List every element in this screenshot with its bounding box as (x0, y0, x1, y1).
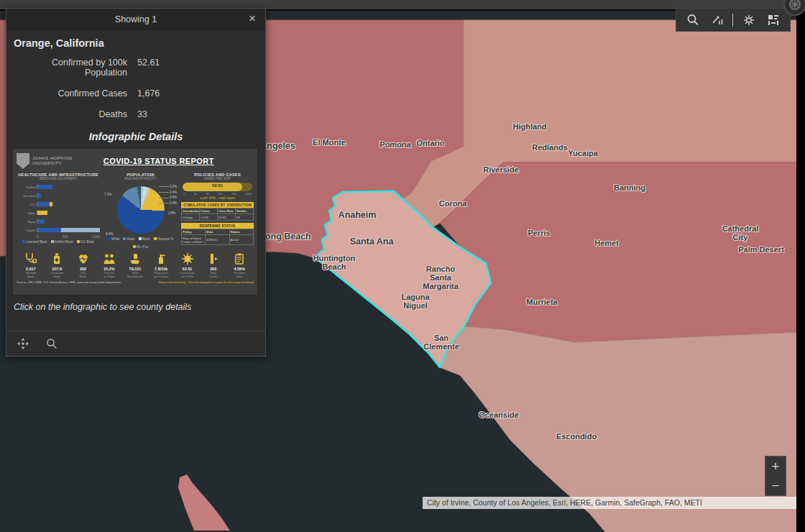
infographic-details-heading: Infographic Details (12, 131, 259, 142)
infographic-footer: Sources: JHU CSSE, U.S. Census Bureau, H… (17, 281, 254, 284)
map-label: Perris (528, 229, 550, 238)
reopening-table: PolicyDateStatusStay at HomeOrder in Eff… (181, 229, 254, 245)
people-icon (102, 252, 116, 266)
zoom-to-feature-icon[interactable] (17, 337, 29, 350)
door-exit-icon (206, 252, 221, 266)
map-label: CathedralCity (722, 225, 759, 242)
infographic-header: JOHNS HOPKINS UNIVERSITY COVID-19 STATUS… (17, 152, 254, 170)
virus-icon (180, 252, 195, 266)
bar-legend: Licensed BedsStaffed BedsICU Beds (17, 240, 100, 244)
field-label: Deaths (12, 109, 127, 119)
popup-header-title: Showing 1 (6, 14, 265, 24)
cases-gauge: 52.61 (183, 183, 252, 191)
metric-item: 7.8/10kPhysiciansper Capita (150, 252, 172, 279)
pie-legend: WhiteAsianBlackHispanic %65+ Pop (104, 237, 177, 250)
heart-pulse-icon (76, 252, 91, 266)
attribute-table: Confirmed by 100k Population52.61Confirm… (12, 58, 259, 119)
map-label: RanchoSantaMargarita (423, 265, 459, 291)
gauge-scale: 01k5k10k50k100k (183, 192, 252, 196)
sanitizer-icon (50, 252, 64, 266)
metric-item: 362NewCases (202, 252, 225, 279)
map-attribution: City of Irvine, County of Los Angeles, E… (423, 497, 796, 509)
settings-icon[interactable] (740, 12, 758, 29)
map-label: Anaheim (339, 211, 377, 221)
navigate-icon[interactable] (709, 12, 726, 29)
org-wordmark: JOHNS HOPKINS UNIVERSITY (32, 156, 73, 166)
map-label: Corona (439, 200, 467, 208)
map-label: Riverside (483, 166, 519, 175)
map-label: El Monte (313, 139, 346, 147)
popup-body: Orange, California Confirmed by 100k Pop… (6, 30, 265, 324)
map-label: Long Beach (259, 232, 311, 242)
gauge-legend: ● per 100k ○ total cases (181, 196, 254, 200)
population-section: POPULATION AGE AND ETHNICITY 3.2%2.4%0.9… (104, 173, 177, 249)
map-label: Hemet (594, 239, 619, 248)
cases-table: JurisdictionCasesCase RateDeathsOrange1,… (181, 208, 254, 221)
magnifier-icon[interactable] (45, 337, 58, 350)
healthcare-bar-chart: StaffedUnstaffedICUVentsEquipPop/1k (17, 183, 100, 234)
map-label: Escondido (556, 433, 597, 441)
policies-section: POLICIES AND CASES CASES PER 100K 52.61 … (181, 173, 254, 249)
university-shield-logo (17, 153, 29, 169)
zoom-control: + − (765, 456, 786, 496)
map-label: Pomona (380, 141, 410, 150)
map-label: Oceanside (479, 411, 519, 420)
metric-item: 282ICUBeds (72, 252, 95, 279)
map-label: Murrieta (526, 298, 557, 307)
metric-icon-strip: 2,617StaffedBeds207.8LicensedBeds282ICUB… (17, 252, 254, 279)
popup-caption: Click on the infographic to see county d… (14, 302, 259, 312)
clipboard-icon (232, 252, 247, 266)
metric-item: 207.8LicensedBeds (45, 252, 68, 279)
map-label: Ontario (416, 139, 444, 148)
metric-item: 2,617StaffedBeds (19, 252, 42, 279)
map-label: Santa Ana (350, 237, 394, 247)
healthcare-section: HEALTHCARE AND INFRASTRUCTURE (BEDS AND … (17, 173, 100, 249)
map-label: SanClemente (423, 334, 459, 352)
field-value: 52.61 (137, 58, 259, 78)
map-label: Yucaipa (568, 150, 598, 158)
field-value: 1,676 (137, 88, 259, 98)
field-label: Confirmed Cases (12, 88, 127, 98)
hand-holding-icon (128, 252, 142, 266)
map-label: HuntingtonBeach (313, 254, 356, 272)
zoom-in-button[interactable]: + (765, 457, 786, 476)
map-toolbar (676, 8, 791, 32)
basemap-grid-icon[interactable] (765, 12, 782, 29)
close-icon[interactable]: × (245, 10, 259, 27)
search-icon[interactable] (684, 12, 702, 29)
spray-bottle-icon (154, 252, 168, 266)
popup-action-bar (6, 331, 265, 356)
field-label: Confirmed by 100k Population (12, 58, 127, 78)
infographic-title: COVID-19 STATUS REPORT (73, 157, 245, 165)
map-label: LagunaNiguel (401, 293, 429, 311)
zoom-out-button[interactable]: − (765, 476, 786, 495)
reopening-band-title: REOPENING STATUS (181, 223, 254, 229)
metric-item: 52.61Confirmedper 100k (176, 252, 199, 279)
map-label: Banning (614, 184, 645, 193)
map-label: Highland (512, 123, 546, 132)
metric-item: 15.2%Pop 65or Older (98, 252, 121, 279)
map-label: Palm Desert (738, 246, 784, 254)
bar-axis: 05001,000 (37, 235, 100, 239)
covid-infographic[interactable]: JOHNS HOPKINS UNIVERSITY COVID-19 STATUS… (12, 148, 258, 295)
feature-title: Orange, California (14, 37, 259, 49)
metric-item: 79,121TotalHouseholds (124, 252, 147, 279)
app-window: Los AngelesEl MontePomonaOntarioHighland… (0, 0, 805, 532)
field-value: 33 (137, 109, 259, 119)
feature-popup: Showing 1 × Orange, California Confirmed… (6, 8, 266, 357)
population-pie-chart: 3.2%2.4%0.9%0.4% 1.8% 7.1% 8.4% (104, 183, 177, 237)
cases-band-title: CUMULATIVE CASES BY JURISDICTION (181, 202, 254, 208)
stethoscope-icon (24, 252, 38, 266)
toolbar-divider (732, 14, 733, 27)
map-label: Redlands (532, 144, 568, 152)
metric-item: 4.58%PositiveRate (228, 252, 251, 279)
popup-header[interactable]: Showing 1 × (6, 9, 265, 30)
